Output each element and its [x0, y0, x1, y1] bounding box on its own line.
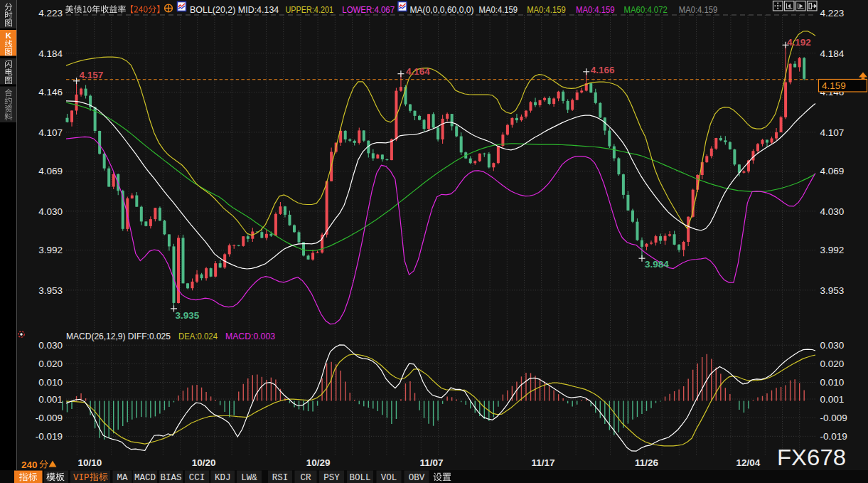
svg-text:CR: CR [300, 473, 311, 483]
svg-text:0.020: 0.020 [38, 359, 63, 369]
svg-text:10/10: 10/10 [78, 457, 102, 468]
svg-text:4.192: 4.192 [787, 37, 811, 48]
svg-text:LOWER:4.067: LOWER:4.067 [342, 4, 395, 15]
svg-text:4.069: 4.069 [820, 166, 845, 176]
svg-text:-0.019: -0.019 [820, 431, 847, 442]
svg-text:4.030: 4.030 [820, 206, 845, 217]
svg-text:10/20: 10/20 [192, 457, 216, 468]
svg-text:4.107: 4.107 [820, 127, 845, 138]
svg-text:FX678: FX678 [777, 445, 846, 470]
svg-text:0.020: 0.020 [820, 359, 845, 369]
svg-text:BIAS: BIAS [160, 473, 181, 483]
svg-text:VIP: VIP [73, 473, 90, 483]
svg-text:MA60:4.072: MA60:4.072 [624, 4, 668, 15]
svg-text:BOLL(20,2) MID:4.134: BOLL(20,2) MID:4.134 [190, 4, 279, 15]
svg-text:0.010: 0.010 [820, 377, 845, 388]
svg-text:MA0:4.159: MA0:4.159 [479, 4, 518, 15]
svg-text:3.935: 3.935 [175, 310, 199, 321]
svg-text:10/29: 10/29 [306, 457, 331, 468]
svg-text:12/04: 12/04 [736, 457, 761, 468]
svg-text:RSI: RSI [272, 473, 289, 483]
svg-text:0.001: 0.001 [820, 394, 845, 405]
svg-text:-0.009: -0.009 [820, 413, 847, 423]
svg-text:4.157: 4.157 [80, 70, 104, 80]
svg-text:4.146: 4.146 [38, 87, 63, 97]
svg-text:MA(0,0,0,60,0,0): MA(0,0,0,60,0,0) [410, 4, 474, 15]
svg-text:MA0:4.159: MA0:4.159 [679, 4, 718, 15]
svg-text:0.030: 0.030 [38, 340, 63, 351]
svg-text:4.184: 4.184 [820, 48, 845, 59]
svg-text:11/07: 11/07 [419, 457, 443, 468]
svg-text:VOL: VOL [381, 473, 397, 483]
svg-text:0.001: 0.001 [38, 394, 63, 405]
svg-text:MA0:4.159: MA0:4.159 [527, 4, 566, 15]
svg-text:PSY: PSY [323, 473, 340, 483]
svg-text:3.953: 3.953 [820, 285, 845, 296]
svg-text:240: 240 [21, 460, 38, 470]
svg-text:0.010: 0.010 [38, 377, 63, 388]
svg-text:K: K [6, 31, 12, 40]
svg-text:BOLL: BOLL [349, 473, 370, 483]
svg-text:4.164: 4.164 [406, 66, 430, 77]
svg-text:4.223: 4.223 [38, 8, 63, 18]
svg-text:-0.009: -0.009 [36, 413, 63, 423]
svg-text:4.069: 4.069 [38, 166, 63, 176]
svg-text:CCI: CCI [189, 473, 205, 483]
svg-text:4.030: 4.030 [38, 206, 63, 217]
svg-text:3.984: 3.984 [645, 259, 669, 270]
svg-text:MACD(26,12,9) DIFF:0.025: MACD(26,12,9) DIFF:0.025 [66, 331, 171, 341]
svg-text:11/17: 11/17 [531, 457, 554, 468]
svg-text:MA0:4.159: MA0:4.159 [576, 4, 615, 15]
svg-text:4.107: 4.107 [38, 127, 63, 138]
svg-text:3.992: 3.992 [38, 245, 63, 255]
svg-text:MA: MA [117, 473, 128, 483]
svg-text:-0.019: -0.019 [36, 431, 63, 442]
svg-text:4.159: 4.159 [822, 80, 846, 91]
svg-text:4.184: 4.184 [38, 48, 63, 59]
svg-text:3.992: 3.992 [820, 245, 845, 255]
svg-text:4.166: 4.166 [591, 65, 615, 75]
svg-text:MACD:0.003: MACD:0.003 [225, 331, 275, 341]
svg-text:4.223: 4.223 [820, 8, 845, 18]
svg-text:3.953: 3.953 [38, 285, 63, 296]
svg-text:LW&: LW& [241, 473, 257, 483]
svg-text:OBV: OBV [409, 473, 425, 483]
svg-text:KDJ: KDJ [215, 473, 231, 483]
svg-text:0.030: 0.030 [820, 340, 845, 351]
svg-text:MACD: MACD [134, 473, 156, 483]
svg-text:11/26: 11/26 [635, 457, 659, 468]
svg-text:DEA:0.024: DEA:0.024 [178, 331, 218, 341]
svg-text:UPPER:4.201: UPPER:4.201 [286, 4, 334, 15]
